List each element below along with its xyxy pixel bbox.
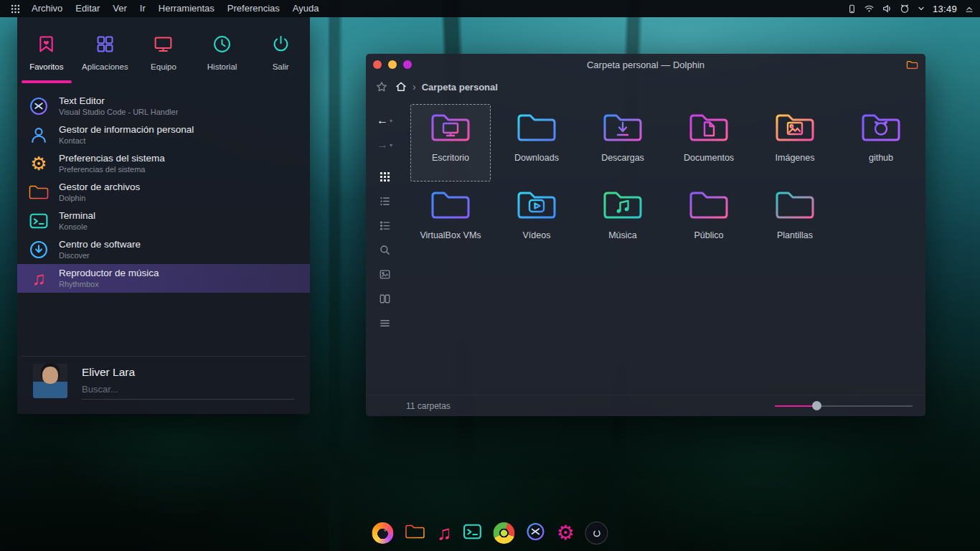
icons-view-button[interactable] [370,164,399,189]
menu-ayuda[interactable]: Ayuda [286,0,326,17]
favorite-subtitle: Rhythmbox [59,280,159,290]
top-panel: Archivo Editar Ver Ir Herramientas Prefe… [0,0,980,17]
favorite-item-rhythmbox[interactable]: ♫Reproductor de músicaRhythmbox [17,264,310,293]
search-button[interactable] [370,237,399,262]
menubar: Archivo Editar Ver Ir Herramientas Prefe… [25,0,325,17]
folder-icon [687,109,731,149]
favorite-item-dolphin[interactable]: Gestor de archivosDolphin [17,178,310,207]
chevron-down-icon[interactable] [917,4,925,13]
firefox-icon [372,522,393,544]
menu-ir[interactable]: Ir [133,0,152,17]
tab-favoritos[interactable]: Favoritos [17,17,76,83]
folder-github[interactable]: github [841,104,921,182]
volume-icon[interactable] [882,4,892,14]
apps-grid-icon [95,34,116,57]
dock-item-firefox[interactable] [372,522,393,544]
chrome-icon [493,522,514,544]
folder-icon [428,187,473,227]
dock-item-settings[interactable]: ⚙ [556,523,574,543]
phone-icon[interactable] [847,4,857,14]
clock[interactable]: 13:49 [933,4,957,14]
clock-icon [212,34,232,57]
tab-label: Equipo [151,62,176,71]
split-view-button[interactable] [370,286,399,311]
tab-aplicaciones[interactable]: Aplicaciones [76,17,135,83]
vscode-icon [28,95,50,117]
favorite-item-kontact[interactable]: Gestor de información personalKontact [17,121,310,149]
menu-preferencias[interactable]: Preferencias [221,0,286,17]
window-titlebar[interactable]: Carpeta personal — Dolphin [366,54,925,75]
search-input[interactable] [82,381,294,400]
details-view-button[interactable] [370,213,399,237]
gear-icon: ⚙ [28,153,50,174]
folder-plantillas[interactable]: Plantillas [755,182,835,259]
menu-ver[interactable]: Ver [106,0,133,17]
bookmark-star-icon[interactable] [376,81,387,93]
favorite-item-discover[interactable]: Centro de softwareDiscover [17,235,310,264]
folder-icon [428,109,473,149]
favorite-item-konsole[interactable]: TerminalKonsole [17,207,310,235]
view-toolbar: ←▾ →▾ [366,108,403,335]
zoom-slider[interactable] [775,401,913,411]
favorite-subtitle: Dolphin [59,194,140,204]
folder-escritorio[interactable]: Escritorio [410,104,491,182]
minimize-button[interactable] [388,60,397,69]
folder-downloads[interactable]: Downloads [496,104,577,182]
favorite-subtitle: Visual Studio Code - URL Handler [59,108,178,118]
music-note-icon: ♫ [436,523,451,543]
avatar[interactable] [33,364,67,398]
favorites-list: Text EditorVisual Studio Code - URL Hand… [17,92,310,293]
menu-herramientas[interactable]: Herramientas [152,0,221,17]
folder-musica[interactable]: Música [583,182,663,259]
folder-videos[interactable]: Vídeos [496,182,577,259]
folder-descargas[interactable]: Descargas [583,104,663,182]
folder-publico[interactable]: Público [669,182,749,259]
folder-virtualbox-vms[interactable]: VirtualBox VMs [410,182,491,259]
dock-item-music-player[interactable]: ♫ [436,523,451,543]
breadcrumb-current[interactable]: Carpeta personal [422,82,498,93]
maximize-button[interactable] [403,60,412,69]
dock-item-chrome[interactable] [493,522,514,544]
folder-label: github [869,153,893,163]
dock-item-terminal[interactable] [462,522,482,545]
app-launcher-button[interactable] [6,4,25,14]
folder-documentos[interactable]: Documentos [669,104,749,182]
favorite-item-preferencias-del-sistema[interactable]: ⚙Preferencias del sistemaPreferencias de… [17,149,310,178]
tab-historial[interactable]: Historial [193,17,252,83]
tab-salir[interactable]: Salir [251,17,310,83]
favorite-item-visual-studio-code-url-handler[interactable]: Text EditorVisual Studio Code - URL Hand… [17,92,310,121]
home-icon[interactable] [395,81,407,93]
favorite-text: Preferencias del sistemaPreferencias del… [59,153,165,175]
music-icon: ♫ [28,268,50,289]
breadcrumb-chevron-icon: › [413,81,416,93]
dock-item-latte-dock[interactable] [585,522,608,545]
folder-imagenes[interactable]: Imágenes [755,104,835,182]
favorite-subtitle: Discover [59,251,141,261]
zoom-slider-fill [775,405,816,407]
compact-view-button[interactable] [370,189,399,213]
preview-button[interactable] [370,262,399,286]
close-button[interactable] [373,60,382,69]
favorite-text: Centro de softwareDiscover [59,239,141,261]
back-button[interactable]: ←▾ [370,108,399,133]
launcher-tabs: Favoritos Aplicaciones Equipo Historial [17,17,310,83]
menu-archivo[interactable]: Archivo [25,0,69,17]
folder-icon [773,109,817,149]
dock-item-vscode[interactable] [525,522,545,545]
hamburger-menu-button[interactable] [370,311,399,335]
tab-equipo[interactable]: Equipo [134,17,193,83]
network-icon[interactable] [864,4,875,14]
favorite-title: Reproductor de música [59,268,159,280]
folder-icon [600,109,645,149]
tab-label: Favoritos [29,62,63,71]
dock-item-file-manager[interactable] [404,522,425,544]
status-text: 11 carpetas [406,401,451,411]
forward-button[interactable]: →▾ [370,133,399,157]
zoom-slider-knob[interactable] [812,401,821,410]
location-bar: › Carpeta personal [366,75,925,98]
menu-editar[interactable]: Editar [69,0,106,17]
tab-label: Aplicaciones [82,62,128,71]
tray-expand-icon[interactable] [964,4,974,14]
github-icon[interactable] [900,4,910,14]
folder-icon [28,182,50,203]
